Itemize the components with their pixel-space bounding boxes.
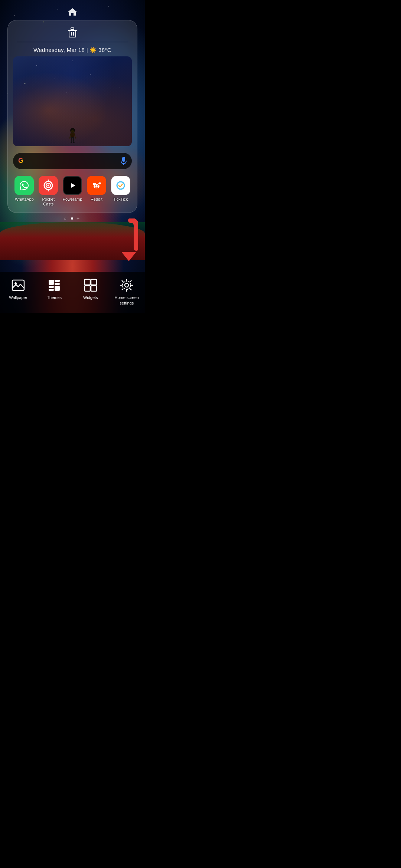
- app-item-reddit[interactable]: Reddit: [85, 176, 108, 202]
- whatsapp-icon[interactable]: [14, 176, 34, 195]
- app-item-poweramp[interactable]: Poweramp: [61, 176, 84, 202]
- home-screen-settings-label: Home screensettings: [115, 295, 139, 306]
- widgets-label: Widgets: [83, 295, 98, 300]
- svg-point-23: [14, 282, 17, 285]
- weather-temperature: 38°C: [98, 47, 111, 53]
- dot-home: ⌂: [64, 216, 69, 221]
- svg-rect-5: [122, 157, 125, 162]
- reddit-label: Reddit: [91, 197, 102, 202]
- top-home-indicator: [0, 0, 145, 20]
- svg-point-17: [97, 185, 98, 186]
- svg-point-35: [123, 281, 131, 289]
- svg-rect-29: [55, 286, 60, 291]
- ticktick-label: TickTick: [113, 197, 128, 202]
- home-screen: Wednesday, Mar 18 | ☀️ 38°C 🧍 G: [0, 0, 145, 313]
- weather-date: Wednesday, Mar 18: [33, 47, 85, 53]
- svg-point-10: [48, 184, 49, 186]
- widgets-icon[interactable]: [83, 278, 98, 293]
- svg-rect-26: [55, 283, 60, 285]
- app-icons-row: WhatsApp PocketCasts: [13, 172, 132, 209]
- trash-area: [13, 24, 132, 42]
- weather-text: Wednesday, Mar 18 | ☀️ 38°C: [33, 47, 111, 53]
- weather-widget: Wednesday, Mar 18 | ☀️ 38°C: [13, 47, 132, 53]
- toolbar-item-wallpaper[interactable]: Wallpaper: [3, 278, 33, 300]
- app-item-pocketcasts[interactable]: PocketCasts: [37, 176, 60, 207]
- svg-rect-24: [49, 280, 54, 285]
- svg-rect-27: [49, 286, 54, 288]
- reddit-icon[interactable]: [87, 176, 106, 195]
- search-bar[interactable]: G: [13, 153, 132, 169]
- svg-rect-32: [85, 286, 90, 291]
- svg-marker-21: [121, 252, 136, 261]
- svg-rect-31: [91, 279, 97, 285]
- whatsapp-label: WhatsApp: [15, 197, 34, 202]
- widget-divider: [17, 42, 128, 42]
- gear-icon[interactable]: [119, 278, 134, 293]
- svg-point-34: [125, 283, 128, 287]
- red-arrow-indicator: [108, 218, 138, 263]
- widget-card[interactable]: Wednesday, Mar 18 | ☀️ 38°C 🧍 G: [7, 20, 137, 213]
- weather-separator: |: [87, 47, 90, 53]
- svg-rect-22: [12, 280, 24, 290]
- toolbar-item-home-screen-settings[interactable]: Home screensettings: [112, 278, 141, 306]
- themes-icon[interactable]: [47, 278, 62, 293]
- svg-rect-3: [73, 32, 74, 36]
- pocketcasts-icon[interactable]: [39, 176, 58, 195]
- pocketcasts-label: PocketCasts: [42, 197, 55, 207]
- svg-rect-4: [71, 28, 74, 30]
- svg-rect-30: [85, 279, 90, 285]
- widget-content-area: 🧍: [13, 56, 132, 146]
- toolbar-item-widgets[interactable]: Widgets: [76, 278, 105, 300]
- svg-rect-33: [91, 286, 97, 291]
- app-item-ticktick[interactable]: TickTick: [109, 176, 132, 202]
- svg-rect-2: [71, 32, 72, 36]
- ticktick-icon[interactable]: [111, 176, 130, 195]
- bottom-toolbar: Wallpaper Themes Widgets: [0, 272, 145, 313]
- poweramp-icon[interactable]: [63, 176, 82, 195]
- weather-condition-icon: ☀️: [89, 47, 97, 53]
- home-icon: [67, 7, 78, 17]
- svg-rect-25: [55, 280, 60, 282]
- wallpaper-label: Wallpaper: [9, 295, 27, 300]
- themes-label: Themes: [47, 295, 62, 300]
- wallpaper-icon[interactable]: [11, 278, 26, 293]
- svg-rect-1: [69, 31, 76, 37]
- app-item-whatsapp[interactable]: WhatsApp: [13, 176, 36, 202]
- svg-rect-28: [49, 289, 54, 291]
- dot-add[interactable]: +: [75, 216, 81, 221]
- poweramp-label: Poweramp: [63, 197, 82, 202]
- person-silhouette: 🧍: [64, 128, 81, 143]
- svg-point-16: [95, 185, 96, 186]
- toolbar-item-themes[interactable]: Themes: [39, 278, 69, 300]
- dot-active: [71, 217, 73, 220]
- google-logo: G: [18, 157, 23, 165]
- trash-icon[interactable]: [68, 27, 77, 38]
- mic-icon[interactable]: [121, 157, 127, 165]
